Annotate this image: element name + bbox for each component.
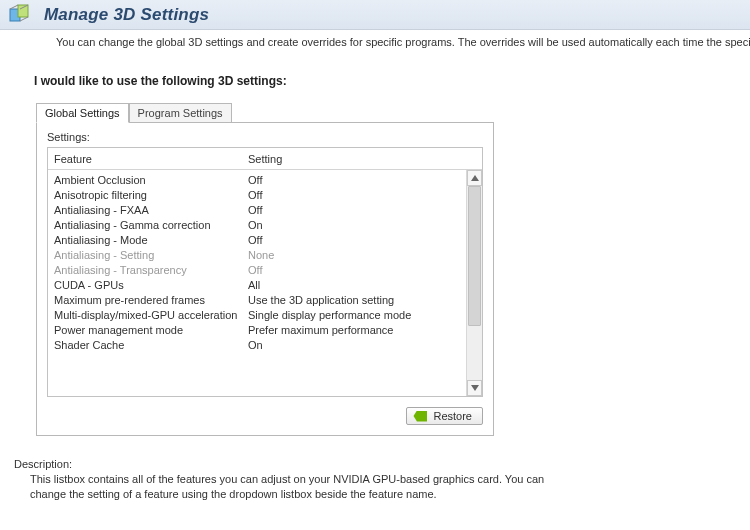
feature-cell: Maximum pre-rendered frames bbox=[48, 294, 246, 306]
header-bar: Manage 3D Settings bbox=[0, 0, 750, 30]
intro-text: You can change the global 3D settings an… bbox=[0, 30, 750, 48]
feature-cell: Antialiasing - Setting bbox=[48, 249, 246, 261]
scroll-track[interactable] bbox=[467, 186, 482, 380]
scroll-thumb[interactable] bbox=[468, 186, 481, 326]
table-row[interactable]: Maximum pre-rendered framesUse the 3D ap… bbox=[48, 292, 482, 307]
table-row[interactable]: Ambient OcclusionOff bbox=[48, 172, 482, 187]
feature-cell: Power management mode bbox=[48, 324, 246, 336]
setting-cell[interactable]: Off bbox=[246, 189, 482, 201]
scrollbar-vertical[interactable] bbox=[466, 170, 482, 396]
nvidia-logo-icon bbox=[413, 411, 427, 422]
settings-grid: Feature Setting Ambient OcclusionOffAnis… bbox=[47, 147, 483, 397]
svg-rect-1 bbox=[18, 5, 28, 17]
scroll-down-button[interactable] bbox=[467, 380, 482, 396]
table-row[interactable]: Power management modePrefer maximum perf… bbox=[48, 322, 482, 337]
feature-cell: Antialiasing - Gamma correction bbox=[48, 219, 246, 231]
setting-cell[interactable]: Off bbox=[246, 234, 482, 246]
setting-cell[interactable]: Single display performance mode bbox=[246, 309, 482, 321]
grid-body: Ambient OcclusionOffAnisotropic filterin… bbox=[48, 170, 482, 396]
feature-cell: Antialiasing - FXAA bbox=[48, 204, 246, 216]
svg-line-4 bbox=[20, 17, 28, 21]
svg-marker-6 bbox=[471, 385, 479, 391]
prompt-text: I would like to use the following 3D set… bbox=[0, 48, 750, 92]
column-header-setting[interactable]: Setting bbox=[246, 153, 466, 165]
feature-cell: Anisotropic filtering bbox=[48, 189, 246, 201]
setting-cell[interactable]: Use the 3D application setting bbox=[246, 294, 482, 306]
tab-program-settings[interactable]: Program Settings bbox=[129, 103, 232, 122]
setting-cell[interactable]: Off bbox=[246, 204, 482, 216]
feature-cell: Shader Cache bbox=[48, 339, 246, 351]
restore-button[interactable]: Restore bbox=[406, 407, 483, 425]
setting-cell[interactable]: On bbox=[246, 219, 482, 231]
feature-cell: CUDA - GPUs bbox=[48, 279, 246, 291]
description-label: Description: bbox=[0, 436, 750, 470]
tab-global-settings[interactable]: Global Settings bbox=[36, 103, 129, 123]
table-row[interactable]: Anisotropic filteringOff bbox=[48, 187, 482, 202]
column-header-feature[interactable]: Feature bbox=[48, 153, 246, 165]
table-row[interactable]: Antialiasing - Gamma correctionOn bbox=[48, 217, 482, 232]
table-row[interactable]: CUDA - GPUsAll bbox=[48, 277, 482, 292]
feature-cell: Multi-display/mixed-GPU acceleration bbox=[48, 309, 246, 321]
setting-cell[interactable]: On bbox=[246, 339, 482, 351]
tab-panel-global: Settings: Feature Setting Ambient Occlus… bbox=[36, 122, 494, 436]
feature-cell: Antialiasing - Transparency bbox=[48, 264, 246, 276]
table-row[interactable]: Antialiasing - TransparencyOff bbox=[48, 262, 482, 277]
table-row[interactable]: Multi-display/mixed-GPU accelerationSing… bbox=[48, 307, 482, 322]
setting-cell[interactable]: Off bbox=[246, 264, 482, 276]
setting-cell[interactable]: Prefer maximum performance bbox=[246, 324, 482, 336]
setting-cell[interactable]: None bbox=[246, 249, 482, 261]
table-row[interactable]: Antialiasing - SettingNone bbox=[48, 247, 482, 262]
tabstrip: Global Settings Program Settings bbox=[36, 100, 494, 122]
svg-marker-5 bbox=[471, 175, 479, 181]
table-row[interactable]: Shader CacheOn bbox=[48, 337, 482, 352]
setting-cell[interactable]: All bbox=[246, 279, 482, 291]
grid-header: Feature Setting bbox=[48, 148, 482, 170]
setting-cell[interactable]: Off bbox=[246, 174, 482, 186]
feature-cell: Ambient Occlusion bbox=[48, 174, 246, 186]
scroll-up-button[interactable] bbox=[467, 170, 482, 186]
table-row[interactable]: Antialiasing - ModeOff bbox=[48, 232, 482, 247]
app-icon bbox=[8, 3, 34, 27]
page-title: Manage 3D Settings bbox=[44, 5, 209, 25]
tabs-container: Global Settings Program Settings Setting… bbox=[36, 100, 494, 436]
svg-line-2 bbox=[10, 5, 18, 9]
feature-cell: Antialiasing - Mode bbox=[48, 234, 246, 246]
restore-button-label: Restore bbox=[433, 410, 472, 422]
description-body: This listbox contains all of the feature… bbox=[0, 470, 640, 502]
table-row[interactable]: Antialiasing - FXAAOff bbox=[48, 202, 482, 217]
settings-label: Settings: bbox=[47, 131, 483, 143]
panel-footer: Restore bbox=[47, 407, 483, 425]
